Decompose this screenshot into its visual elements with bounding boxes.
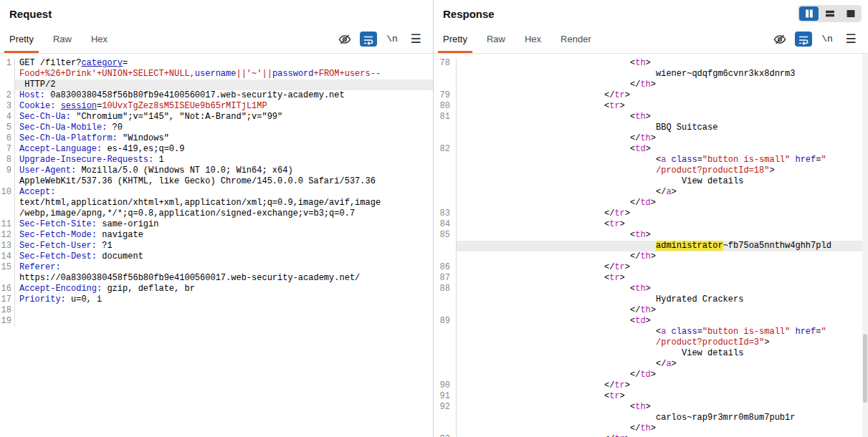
code-line: 9User-Agent: Mozilla/5.0 (Windows NT 10.…	[0, 165, 433, 176]
request-panel-header: Request PrettyRawHex	[0, 0, 433, 54]
line-number: 1	[0, 58, 15, 69]
line-number: 5	[0, 123, 15, 133]
rows-layout-icon[interactable]	[820, 6, 839, 21]
line-number: 86	[434, 262, 457, 273]
line-number	[434, 241, 457, 251]
code-line: 10Accept:	[0, 187, 433, 198]
code-text: /product?productId=18">	[457, 165, 868, 176]
code-text: GET /filter?category=	[15, 58, 433, 69]
code-line: 92<th>	[434, 402, 868, 413]
code-line: 7Accept-Language: es-419,es;q=0.9	[0, 144, 433, 155]
code-line: /product?productId=3">	[434, 337, 868, 348]
code-text: View details	[457, 176, 868, 187]
tab-hex[interactable]: Hex	[525, 29, 541, 53]
line-number	[434, 69, 457, 80]
line-number: 88	[434, 284, 457, 294]
tab-hex[interactable]: Hex	[91, 29, 108, 53]
hamburger-menu-icon[interactable]: ☰	[842, 32, 859, 47]
line-number: 11	[0, 219, 15, 230]
word-wrap-icon[interactable]	[360, 32, 377, 47]
line-number: 81	[434, 112, 457, 123]
line-number: 87	[434, 273, 457, 284]
code-text: <tr>	[457, 219, 868, 230]
code-text: Sec-Fetch-Dest: document	[15, 251, 433, 262]
code-line: 83</tr>	[434, 208, 868, 219]
code-line: 11Sec-Fetch-Site: same-origin	[0, 219, 433, 230]
search-match-highlight: administrator	[656, 241, 723, 251]
code-text: <tr>	[457, 273, 868, 284]
tab-pretty[interactable]: Pretty	[443, 29, 467, 53]
code-line: text/html,application/xhtml+xml,applicat…	[0, 198, 433, 208]
code-line: 85<th>	[434, 230, 868, 241]
line-number: 79	[434, 90, 457, 101]
eye-off-icon[interactable]	[771, 32, 788, 47]
tab-render[interactable]: Render	[561, 29, 591, 53]
code-text	[15, 305, 433, 316]
code-line: <a class="button is-small" href="	[434, 327, 868, 337]
line-number	[434, 423, 457, 434]
request-title: Request	[9, 8, 52, 20]
line-number: 82	[434, 144, 457, 155]
line-number	[434, 359, 457, 370]
line-number: 92	[434, 402, 457, 413]
line-number	[434, 413, 457, 423]
code-line: Food+%26+Drink'+UNION+SELECT+NULL,userna…	[0, 69, 433, 80]
code-line: View details	[434, 176, 868, 187]
code-line: 18	[0, 305, 433, 316]
single-layout-icon[interactable]	[841, 6, 860, 21]
code-text: Priority: u=0, i	[15, 294, 433, 305]
code-line: 81<th>	[434, 112, 868, 123]
response-scrollbar-thumb[interactable]	[863, 334, 867, 403]
code-line: </th>	[434, 251, 868, 262]
request-editor[interactable]: 1GET /filter?category=Food+%26+Drink'+UN…	[0, 54, 433, 437]
line-number	[0, 273, 15, 284]
code-text: BBQ Suitcase	[457, 123, 868, 133]
code-line: 90</tr>	[434, 380, 868, 391]
code-text	[15, 316, 433, 327]
code-text: https://0a8300380458f56b80fb9e4100560017…	[15, 273, 433, 284]
newline-icon[interactable]: \n	[383, 32, 401, 47]
line-number: 14	[0, 251, 15, 262]
response-editor[interactable]: 78<th>wiener~qdqfgm6cvnr3kx8dnrm3</th>79…	[434, 54, 868, 437]
line-number	[434, 165, 457, 176]
response-title: Response	[443, 8, 495, 20]
code-text: <th>	[457, 284, 868, 294]
response-toolbar-icons: \n ☰	[771, 32, 859, 47]
code-line: </a>	[434, 359, 868, 370]
line-number	[434, 155, 457, 165]
tab-pretty[interactable]: Pretty	[9, 29, 34, 53]
line-number: 8	[0, 155, 15, 165]
response-scrollbar-track[interactable]	[862, 54, 868, 437]
code-text: </tr>	[457, 434, 868, 437]
columns-layout-icon[interactable]	[799, 6, 819, 21]
newline-icon[interactable]: \n	[819, 32, 836, 47]
tab-raw[interactable]: Raw	[53, 29, 72, 53]
code-text: text/html,application/xhtml+xml,applicat…	[15, 198, 433, 208]
line-number: 13	[0, 241, 15, 251]
word-wrap-icon[interactable]	[795, 32, 812, 47]
code-line: 87<tr>	[434, 273, 868, 284]
code-text: carlos~rap9r3mrr0m8um7pub1r	[457, 413, 868, 423]
line-number	[434, 370, 457, 380]
highlighted-code-text: HTTP/2	[15, 80, 433, 90]
line-number	[0, 69, 15, 80]
code-line: 2Host: 0a8300380458f56b80fb9e4100560017.…	[0, 90, 433, 101]
code-line: /product?productId=18">	[434, 165, 868, 176]
line-number	[434, 305, 457, 316]
code-text: Sec-Ch-Ua-Mobile: ?0	[15, 123, 433, 133]
code-line: 17Priority: u=0, i	[0, 294, 433, 305]
code-line: 79</tr>	[434, 90, 868, 101]
code-line: 86</tr>	[434, 262, 868, 273]
line-number: 4	[0, 112, 15, 123]
code-text: <td>	[457, 316, 868, 327]
tab-raw[interactable]: Raw	[487, 29, 505, 53]
code-line: 14Sec-Fetch-Dest: document	[0, 251, 433, 262]
code-line: 78<th>	[434, 58, 868, 69]
eye-off-icon[interactable]	[336, 32, 353, 47]
line-number: 84	[434, 219, 457, 230]
line-number	[434, 187, 457, 198]
code-text: wiener~qdqfgm6cvnr3kx8dnrm3	[457, 69, 868, 80]
code-line: 19	[0, 316, 433, 327]
code-text: </a>	[457, 187, 868, 198]
hamburger-menu-icon[interactable]: ☰	[407, 32, 424, 47]
